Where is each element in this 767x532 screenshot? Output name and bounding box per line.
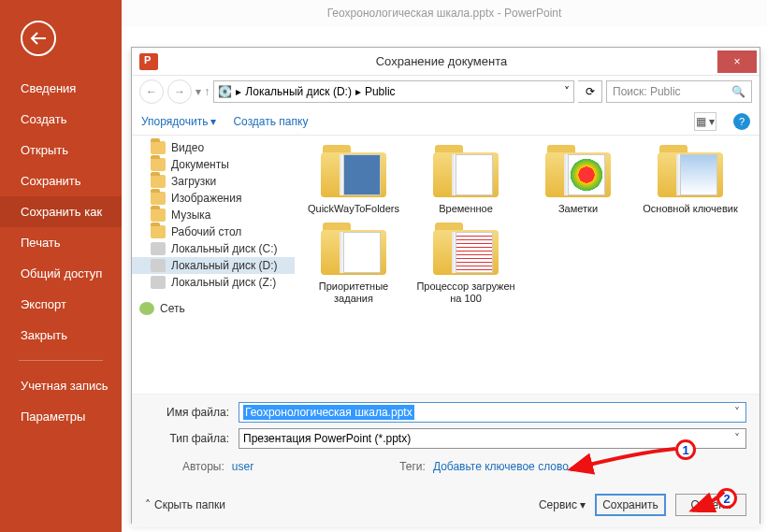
- sidebar-item-info[interactable]: Сведения: [0, 73, 122, 104]
- annotation-circle-1: 1: [675, 439, 696, 460]
- back-button[interactable]: [21, 21, 56, 56]
- refresh-button[interactable]: ⟳: [578, 80, 602, 103]
- tags-value[interactable]: Добавьте ключевое слово: [433, 460, 569, 473]
- folder-item[interactable]: Приоритетные задания: [304, 223, 403, 305]
- filetype-select[interactable]: Презентация PowerPoint (*.pptx) ˅: [239, 428, 746, 449]
- folder-item[interactable]: Заметки: [528, 145, 628, 215]
- powerpoint-icon: [139, 53, 158, 70]
- tree-item-network[interactable]: Сеть: [132, 300, 295, 317]
- annotation-circle-2: 2: [716, 488, 737, 509]
- tree-item[interactable]: Изображения: [132, 190, 295, 207]
- tree-item[interactable]: Загрузки: [132, 173, 295, 190]
- tree-item-drive[interactable]: Локальный диск (C:): [132, 240, 295, 257]
- tree-item[interactable]: Рабочий стол: [132, 223, 295, 240]
- tree-item-drive[interactable]: Локальный диск (D:): [132, 257, 295, 274]
- sidebar-item-options[interactable]: Параметры: [0, 401, 122, 432]
- search-icon: 🔍: [731, 85, 745, 98]
- backstage-sidebar: Сведения Создать Открыть Сохранить Сохра…: [0, 0, 122, 532]
- save-dialog: Сохранение документа × ← → ▾ ↑ 💽 ▸ Локал…: [131, 47, 760, 524]
- navbar: ← → ▾ ↑ 💽 ▸ Локальный диск (D:) ▸ Public…: [132, 76, 760, 108]
- file-list[interactable]: QuickWayToFolders Временное Заметки Осно…: [295, 136, 760, 394]
- filename-label: Имя файла:: [145, 406, 239, 419]
- save-button[interactable]: Сохранить: [595, 494, 666, 516]
- dialog-title: Сохранение документа: [166, 54, 717, 68]
- chevron-up-icon: ˄: [145, 498, 151, 511]
- main-area: Видео Документы Загрузки Изображения Муз…: [132, 136, 760, 394]
- authors-label: Авторы:: [182, 460, 224, 473]
- nav-back-button[interactable]: ←: [139, 79, 164, 104]
- folder-item[interactable]: Основной ключевик: [641, 145, 740, 215]
- sidebar-item-account[interactable]: Учетная запись: [0, 370, 122, 401]
- folder-item[interactable]: Процессор загружен на 100: [416, 223, 515, 305]
- new-folder-button[interactable]: Создать папку: [233, 115, 308, 128]
- dialog-titlebar: Сохранение документа ×: [132, 48, 760, 76]
- hide-folders-button[interactable]: ˄ Скрыть папки: [145, 498, 225, 511]
- path-folder[interactable]: Public: [365, 85, 396, 98]
- nav-forward-button[interactable]: →: [167, 79, 192, 104]
- close-button[interactable]: ×: [717, 50, 757, 73]
- sidebar-item-open[interactable]: Открыть: [0, 135, 122, 165]
- window-title: Геохронологическая шкала.pptx - PowerPoi…: [122, 0, 767, 26]
- path-bar[interactable]: 💽 ▸ Локальный диск (D:) ▸ Public ˅: [213, 80, 574, 103]
- folder-item[interactable]: QuickWayToFolders: [304, 145, 403, 215]
- filetype-label: Тип файла:: [145, 432, 239, 445]
- tree-item-drive[interactable]: Локальный диск (Z:): [132, 274, 295, 291]
- sidebar-item-new[interactable]: Создать: [0, 104, 122, 135]
- sidebar-item-print[interactable]: Печать: [0, 227, 122, 258]
- chevron-down-icon[interactable]: ˅: [734, 406, 740, 419]
- sidebar-item-close[interactable]: Закрыть: [0, 320, 122, 351]
- organize-menu[interactable]: Упорядочить▾: [141, 115, 216, 128]
- divider: [19, 360, 103, 361]
- dialog-footer: ˄ Скрыть папки Сервис▾ Сохранить Отмена: [132, 494, 760, 527]
- toolbar: Упорядочить▾ Создать папку ▦ ▾ ?: [132, 108, 760, 136]
- authors-value[interactable]: user: [232, 460, 253, 473]
- tree-item[interactable]: Музыка: [132, 207, 295, 223]
- chevron-down-icon[interactable]: ˅: [734, 432, 740, 445]
- form-area: Имя файла: Геохронологическая шкала.pptx…: [132, 394, 760, 494]
- tree-item[interactable]: Видео: [132, 139, 295, 156]
- view-menu[interactable]: ▦ ▾: [694, 112, 716, 131]
- search-input[interactable]: Поиск: Public 🔍: [606, 80, 752, 103]
- path-dropdown[interactable]: ˅: [564, 85, 570, 98]
- nav-up-button[interactable]: ▾ ↑: [195, 85, 210, 98]
- filename-input[interactable]: Геохронологическая шкала.pptx ˅: [239, 402, 746, 423]
- tree-item[interactable]: Документы: [132, 156, 295, 173]
- nav-tree[interactable]: Видео Документы Загрузки Изображения Муз…: [132, 136, 295, 394]
- sidebar-item-saveas[interactable]: Сохранить как: [0, 196, 122, 227]
- tools-menu[interactable]: Сервис▾: [539, 498, 586, 511]
- folder-item[interactable]: Временное: [416, 145, 515, 215]
- help-button[interactable]: ?: [733, 113, 750, 130]
- sidebar-item-save[interactable]: Сохранить: [0, 165, 122, 196]
- sidebar-item-export[interactable]: Экспорт: [0, 289, 122, 320]
- tags-label: Теги:: [399, 460, 426, 473]
- drive-icon: 💽: [218, 85, 232, 98]
- path-drive[interactable]: Локальный диск (D:): [245, 85, 352, 98]
- sidebar-item-share[interactable]: Общий доступ: [0, 258, 122, 289]
